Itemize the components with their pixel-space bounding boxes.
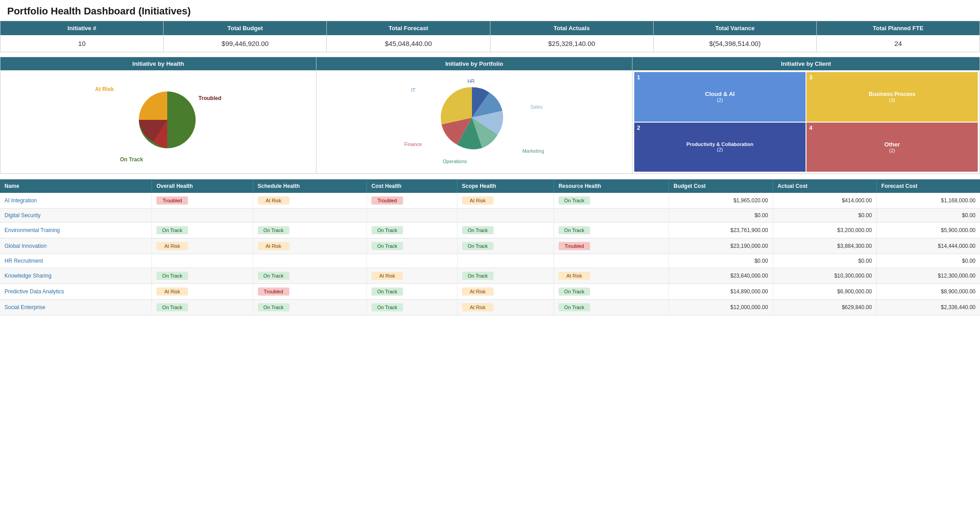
table-cell: At Risk <box>457 193 554 209</box>
summary-budget-value: $99,446,920.00 <box>164 35 326 52</box>
label-it: IT <box>411 87 416 93</box>
chart-portfolio: Initiative by Portfolio <box>316 57 632 173</box>
summary-actuals-value: $25,328,140.00 <box>490 35 653 52</box>
table-cell: On Track <box>554 193 669 209</box>
table-cell: At Risk <box>366 268 457 284</box>
summary-budget: Total Budget $99,446,920.00 <box>164 21 327 52</box>
table-cell[interactable]: Digital Security <box>0 209 152 223</box>
table-cell: On Track <box>457 238 554 254</box>
table-cell <box>366 209 457 223</box>
table-cell <box>554 209 669 223</box>
table-cell[interactable]: Predictive Data Analytics <box>0 284 152 300</box>
table-row: HR Recruitment$0.00$0.00$0.00 <box>0 254 980 268</box>
summary-variance-header: Total Variance <box>654 21 816 35</box>
table-cell: $414,000.00 <box>773 193 876 209</box>
table-cell: On Track <box>253 300 366 315</box>
table-cell: On Track <box>152 300 253 315</box>
table-cell: On Track <box>554 223 669 238</box>
table-cell: Troubled <box>366 193 457 209</box>
table-cell: $1,965,020.00 <box>669 193 773 209</box>
table-cell: $6,900,000.00 <box>773 284 876 300</box>
chart-health-title: Initiative by Health <box>0 57 316 70</box>
col-actual: Actual Cost <box>773 179 876 193</box>
table-row: Predictive Data AnalyticsAt RiskTroubled… <box>0 284 980 300</box>
chart-portfolio-title: Initiative by Portfolio <box>316 57 632 70</box>
col-name: Name <box>0 179 152 193</box>
table-cell: On Track <box>554 284 669 300</box>
table-cell: On Track <box>253 268 366 284</box>
page-title: Portfolio Health Dashboard (Initiatives) <box>0 0 980 21</box>
treemap-other: 4 Other (2) <box>806 123 978 172</box>
col-forecast: Forecast Cost <box>877 179 980 193</box>
table-cell: $14,444,000.00 <box>877 238 980 254</box>
table-cell: On Track <box>152 268 253 284</box>
table-cell: $0.00 <box>773 209 876 223</box>
summary-initiative-header: Initiative # <box>0 21 163 35</box>
treemap-cloud-ai: 1 Cloud & AI (2) <box>634 72 806 122</box>
table-cell[interactable]: Social Enterprise <box>0 300 152 315</box>
table-cell: $23,640,000.00 <box>669 268 773 284</box>
table-cell: $0.00 <box>669 209 773 223</box>
table-cell[interactable]: Environmental Training <box>0 223 152 238</box>
table-cell[interactable]: HR Recruitment <box>0 254 152 268</box>
table-cell: $0.00 <box>669 254 773 268</box>
chart-health: Initiative by Health <box>0 57 316 173</box>
table-cell: At Risk <box>253 193 366 209</box>
table-cell[interactable]: Global Innovation <box>0 238 152 254</box>
table-cell: $8,900,000.00 <box>877 284 980 300</box>
health-pie-svg <box>136 88 199 151</box>
summary-forecast: Total Forecast $45,048,440.00 <box>327 21 490 52</box>
table-cell[interactable]: AI Integration <box>0 193 152 209</box>
col-scope: Scope Health <box>457 179 554 193</box>
table-cell: At Risk <box>152 238 253 254</box>
table-row: Global InnovationAt RiskAt RiskOn TrackO… <box>0 238 980 254</box>
table-cell: $0.00 <box>877 209 980 223</box>
summary-forecast-header: Total Forecast <box>327 21 490 35</box>
table-cell: $10,300,000.00 <box>773 268 876 284</box>
summary-variance-value: $(54,398,514.00) <box>654 35 816 52</box>
table-cell <box>253 254 366 268</box>
charts-row: Initiative by Health <box>0 57 980 174</box>
summary-initiative: Initiative # 10 <box>0 21 164 52</box>
table-cell: $12,300,000.00 <box>877 268 980 284</box>
summary-variance: Total Variance $(54,398,514.00) <box>654 21 817 52</box>
table-cell[interactable]: Knowledge Sharing <box>0 268 152 284</box>
table-cell: $23,190,000.00 <box>669 238 773 254</box>
chart-health-body: At Risk Troubled On Track <box>0 70 316 173</box>
table-row: Digital Security$0.00$0.00$0.00 <box>0 209 980 223</box>
chart-client: Initiative by Client 1 Cloud & AI (2) 3 … <box>632 57 980 173</box>
summary-fte-value: 24 <box>817 35 980 52</box>
chart-client-body: 1 Cloud & AI (2) 3 Business Process (3) … <box>632 70 980 173</box>
table-cell: Troubled <box>554 238 669 254</box>
initiatives-table: Name Overall Health Schedule Health Cost… <box>0 179 980 315</box>
chart-client-title: Initiative by Client <box>632 57 980 70</box>
table-cell: $12,000,000.00 <box>669 300 773 315</box>
portfolio-pie-svg <box>438 84 506 151</box>
summary-forecast-value: $45,048,440.00 <box>327 35 490 52</box>
table-cell <box>457 254 554 268</box>
table-cell: Troubled <box>253 284 366 300</box>
table-cell: Troubled <box>152 193 253 209</box>
label-finance: Finance <box>404 141 422 147</box>
table-cell <box>457 209 554 223</box>
col-budget: Budget Cost <box>669 179 773 193</box>
summary-actuals-header: Total Actuals <box>490 21 653 35</box>
table-cell: On Track <box>253 223 366 238</box>
data-table-wrap: Name Overall Health Schedule Health Cost… <box>0 179 980 315</box>
col-overall: Overall Health <box>152 179 253 193</box>
table-cell: At Risk <box>554 268 669 284</box>
table-cell: At Risk <box>457 284 554 300</box>
table-row: Environmental TrainingOn TrackOn TrackOn… <box>0 223 980 238</box>
summary-actuals: Total Actuals $25,328,140.00 <box>490 21 654 52</box>
summary-fte-header: Total Planned FTE <box>817 21 980 35</box>
table-cell: $2,336,440.00 <box>877 300 980 315</box>
table-cell: $3,884,300.00 <box>773 238 876 254</box>
table-header-row: Name Overall Health Schedule Health Cost… <box>0 179 980 193</box>
label-at-risk: At Risk <box>95 86 114 92</box>
summary-budget-header: Total Budget <box>164 21 326 35</box>
table-cell: $1,168,000.00 <box>877 193 980 209</box>
table-cell: On Track <box>457 223 554 238</box>
table-cell: $629,840.00 <box>773 300 876 315</box>
table-cell: On Track <box>457 268 554 284</box>
table-cell: On Track <box>366 223 457 238</box>
